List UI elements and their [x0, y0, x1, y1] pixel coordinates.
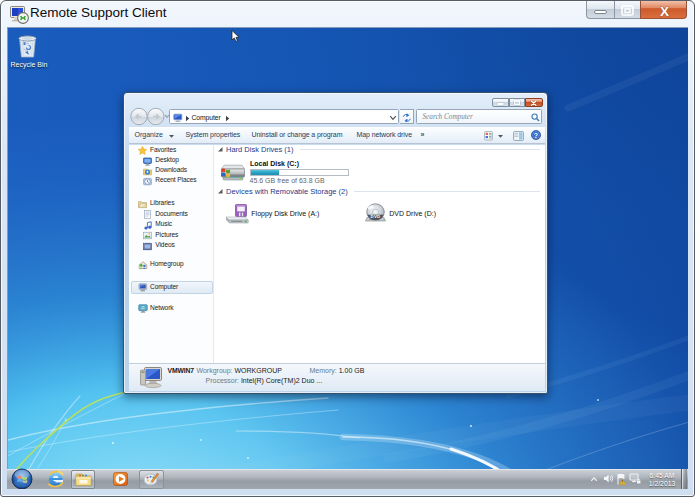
svg-text:X: X — [660, 4, 669, 18]
svg-text:?: ? — [533, 132, 537, 139]
svg-text:DVD: DVD — [370, 214, 380, 219]
